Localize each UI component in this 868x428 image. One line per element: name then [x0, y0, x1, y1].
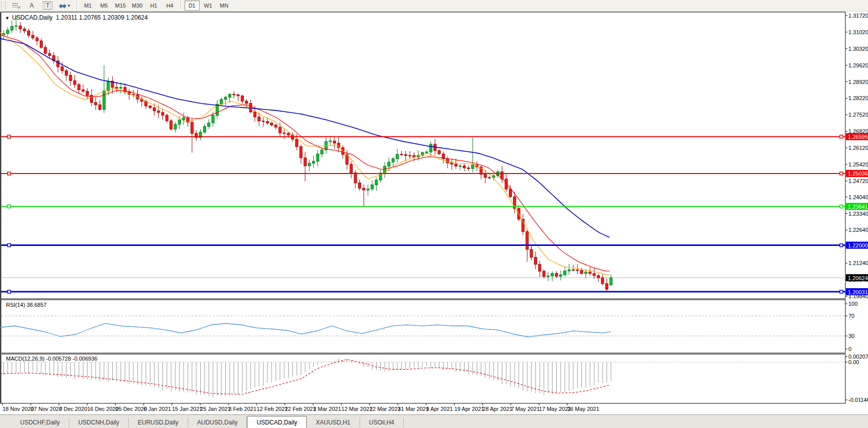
- candle-body: [237, 95, 239, 96]
- tab-audusd-daily[interactable]: AUDUSD,Daily: [188, 417, 247, 427]
- date-tick-label: 25 Dec 2020: [116, 406, 147, 412]
- candle-body: [183, 118, 185, 120]
- candle-body: [233, 95, 235, 95]
- candle-body: [530, 249, 533, 257]
- candle-body: [32, 35, 34, 38]
- candle-body: [23, 29, 26, 31]
- candle-body: [555, 274, 558, 277]
- candle-body: [69, 75, 72, 80]
- candle-body: [19, 26, 22, 29]
- date-tick-label: 27 Nov 2020: [31, 406, 62, 412]
- candle-body: [283, 133, 286, 133]
- candle-body: [228, 95, 231, 98]
- candle-body: [451, 163, 453, 164]
- date-tick-label: 3 Mar 2021: [313, 406, 341, 412]
- price-tick-label: 1.28920: [848, 79, 868, 85]
- candle-body: [161, 113, 164, 115]
- rsi-tick-label: 30: [848, 333, 854, 339]
- timeframe-h1-button[interactable]: H1: [146, 1, 161, 11]
- price-tick-label: 1.26120: [848, 145, 868, 151]
- candle-body: [467, 168, 470, 168]
- rsi-tick-label: 100: [848, 301, 857, 307]
- candle-body: [559, 275, 562, 276]
- candle-body: [367, 189, 369, 190]
- date-tick-label: 31 Mar 2021: [398, 406, 429, 412]
- toolbar-separator: [181, 1, 182, 9]
- chevron-down-icon: ▼: [67, 4, 71, 8]
- timeframe-d1-button[interactable]: D1: [185, 1, 200, 11]
- toolbar-separator: [76, 2, 77, 10]
- date-tick-label: 22 Mar 2021: [370, 406, 401, 412]
- line-handle: [8, 135, 11, 138]
- symbol-name: USDCAD,Daily: [12, 14, 53, 21]
- candle-body: [509, 189, 511, 197]
- candle-body: [371, 185, 374, 189]
- timeframe-m1-button[interactable]: M1: [80, 1, 96, 11]
- tab-usdchf-daily[interactable]: USDCHF,Daily: [11, 417, 69, 427]
- candle-body: [174, 124, 177, 129]
- price-tick-label: 1.24720: [848, 178, 868, 184]
- timeframe-h4-button[interactable]: H4: [162, 1, 178, 11]
- candle-body: [471, 165, 474, 168]
- candle-body: [48, 53, 51, 55]
- macd-indicator-label: MACD(12,26,9) -0.005728 -0.006936: [6, 356, 98, 362]
- candle-body: [484, 175, 486, 178]
- candle-body: [568, 270, 570, 271]
- ohlc-values: 1.20311 1.20765 1.20309 1.20624: [56, 14, 148, 21]
- objects-dropdown-button[interactable]: ◆◆ ▼: [56, 1, 73, 11]
- toolbar-grip[interactable]: [1, 2, 6, 10]
- price-tick-label: 1.22640: [848, 227, 868, 233]
- date-axis: 18 Nov 202027 Nov 20207 Dec 202016 Dec 2…: [3, 403, 599, 412]
- price-tick-label: 1.23340: [848, 211, 868, 217]
- tab-xauusd-h1[interactable]: XAUUSD,H1: [307, 417, 360, 427]
- timeframe-w1-button[interactable]: W1: [201, 1, 216, 11]
- candle-body: [224, 97, 227, 99]
- level-price-label: 1.25036: [848, 170, 868, 177]
- candle-body: [593, 274, 595, 276]
- candle-body: [262, 121, 265, 122]
- candle-body: [95, 103, 97, 105]
- timeframe-m5-button[interactable]: M5: [97, 1, 112, 11]
- candle-body: [388, 162, 390, 166]
- candle-body: [409, 155, 411, 156]
- candle-body: [178, 120, 181, 124]
- candle-body: [425, 152, 428, 152]
- tab-eurusd-daily[interactable]: EURUSD,Daily: [129, 417, 188, 427]
- candle-body: [312, 161, 315, 163]
- date-tick-label: 7 Dec 2020: [59, 406, 87, 412]
- price-tick-label: 1.31020: [848, 29, 868, 35]
- candle-body: [115, 88, 118, 88]
- timeframe-m30-button[interactable]: M30: [129, 1, 145, 11]
- collapse-triangle-icon[interactable]: ▼: [5, 16, 10, 21]
- candle-body: [107, 81, 110, 91]
- candle-body: [547, 276, 549, 277]
- text-label-button[interactable]: T: [40, 1, 55, 11]
- tab-usdcnh-daily[interactable]: USDCNH,Daily: [69, 417, 129, 427]
- candle-body: [350, 164, 353, 173]
- candle-body: [316, 154, 319, 161]
- line-handle: [8, 172, 11, 175]
- candle-body: [363, 188, 365, 190]
- cursor-a-button[interactable]: A: [24, 1, 39, 11]
- date-tick-label: 12 Mar 2021: [341, 406, 373, 412]
- tab-usdcad-daily[interactable]: USDCAD,Daily: [247, 416, 307, 428]
- date-tick-label: 19 Apr 2021: [454, 406, 484, 412]
- candle-body: [258, 117, 261, 121]
- candle-body: [534, 257, 537, 264]
- candle-body: [333, 141, 336, 143]
- date-tick-label: 3 Feb 2021: [228, 406, 256, 412]
- toolbar: F A T ◆◆ ▼ M1 M5 M15 M30 H1 H4 D1 W1 MN: [0, 0, 868, 12]
- tab-usoil-h4[interactable]: USOil,H4: [360, 417, 404, 427]
- letter-t-icon: T: [43, 2, 52, 10]
- candle-body: [77, 84, 80, 90]
- timeframe-mn-button[interactable]: MN: [217, 1, 232, 11]
- rsi-indicator-label: RSI(14) 38.6857: [6, 302, 47, 308]
- candle-body: [157, 111, 160, 112]
- line-handle: [840, 205, 843, 208]
- timeframe-m15-button[interactable]: M15: [113, 1, 128, 11]
- indicator-grid-button[interactable]: F: [8, 1, 23, 11]
- candle-body: [11, 26, 13, 30]
- timeframe-group: M1 M5 M15 M30 H1 H4 D1 W1 MN: [80, 1, 232, 11]
- candle-body: [82, 90, 84, 91]
- candle-body: [61, 67, 63, 71]
